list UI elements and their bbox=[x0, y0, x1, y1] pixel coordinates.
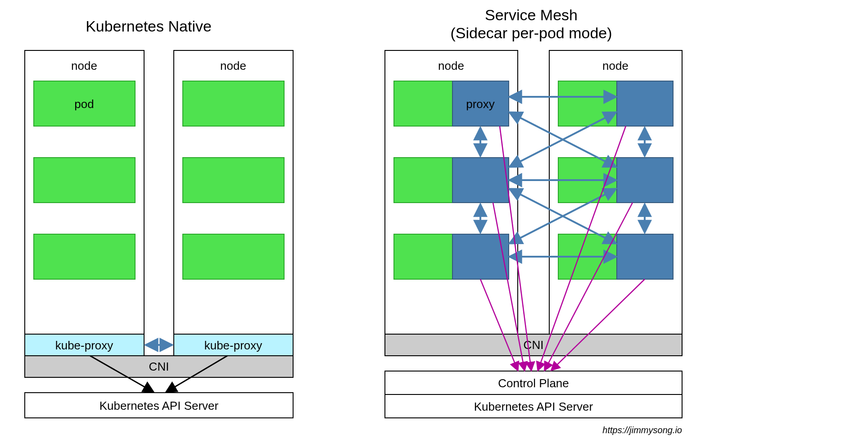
node-a: node pod bbox=[25, 50, 144, 334]
api-label-right: Kubernetes API Server bbox=[474, 400, 593, 413]
svg-rect-5 bbox=[394, 158, 452, 203]
pod-a1-label: pod bbox=[74, 97, 94, 111]
source-url: https://jimmysong.io bbox=[602, 425, 682, 435]
cni-label-left: CNI bbox=[149, 360, 169, 373]
node-d-label: node bbox=[602, 59, 628, 72]
node-c: node proxy bbox=[385, 50, 518, 334]
node-d: node bbox=[549, 50, 682, 334]
pod-a3 bbox=[34, 234, 135, 279]
pod-b3 bbox=[183, 234, 284, 279]
proxy-label: proxy bbox=[466, 97, 495, 111]
kubernetes-native-panel: Kubernetes Native CNI node pod node kube… bbox=[25, 18, 293, 418]
svg-rect-13 bbox=[617, 158, 673, 203]
control-plane-label: Control Plane bbox=[498, 376, 569, 390]
right-title-1: Service Mesh bbox=[485, 6, 578, 23]
svg-rect-11 bbox=[617, 81, 673, 126]
podrow-c3 bbox=[394, 234, 509, 279]
pod-b1 bbox=[183, 81, 284, 126]
svg-rect-6 bbox=[452, 158, 509, 203]
kubeproxy-a-label: kube-proxy bbox=[55, 339, 113, 352]
podrow-c2 bbox=[394, 158, 509, 203]
node-b-label: node bbox=[220, 59, 246, 72]
node-c-label: node bbox=[438, 59, 464, 72]
podrow-d1 bbox=[558, 81, 673, 126]
kubeproxy-b-label: kube-proxy bbox=[204, 339, 262, 352]
pod-a2 bbox=[34, 158, 135, 203]
node-a-label: node bbox=[71, 59, 97, 72]
service-mesh-panel: Service Mesh (Sidecar per-pod mode) CNI … bbox=[385, 6, 682, 418]
svg-rect-15 bbox=[617, 234, 673, 279]
pod-b2 bbox=[183, 158, 284, 203]
node-b: node bbox=[174, 50, 293, 334]
right-title-2: (Sidecar per-pod mode) bbox=[450, 24, 612, 41]
api-label-left: Kubernetes API Server bbox=[99, 399, 219, 412]
svg-rect-7 bbox=[394, 234, 452, 279]
svg-rect-10 bbox=[558, 81, 617, 126]
svg-rect-3 bbox=[394, 81, 452, 126]
left-title: Kubernetes Native bbox=[86, 18, 212, 35]
podrow-c1: proxy bbox=[394, 81, 509, 126]
cni-label-right: CNI bbox=[524, 338, 544, 352]
diagram-root: Kubernetes Native CNI node pod node kube… bbox=[0, 0, 868, 444]
